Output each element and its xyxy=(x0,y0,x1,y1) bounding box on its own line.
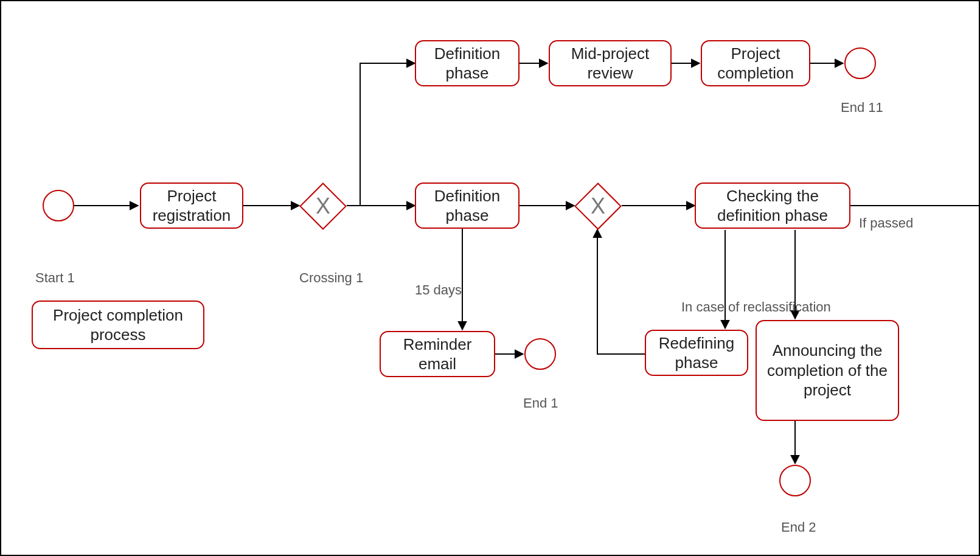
label-reclassification: In case of reclassification xyxy=(681,299,831,315)
task-project-completion: Project completion xyxy=(701,40,810,86)
gateway-2: X xyxy=(574,182,622,230)
task-label: Project completion process xyxy=(39,305,197,345)
label-crossing-1: Crossing 1 xyxy=(299,270,363,286)
end-event-2 xyxy=(779,465,811,496)
task-label: Project registration xyxy=(147,186,236,226)
label-end-2: End 2 xyxy=(781,520,816,535)
task-label: Announcing the completion of the project xyxy=(763,341,892,400)
process-title-box: Project completion process xyxy=(32,301,204,349)
task-project-registration: Project registration xyxy=(140,182,243,229)
task-label: Redefining phase xyxy=(652,333,741,373)
label-end-11: End 11 xyxy=(841,100,883,116)
task-redefining-phase: Redefining phase xyxy=(645,330,748,376)
end-event-1 xyxy=(524,338,556,370)
task-label: Mid-project review xyxy=(556,44,664,83)
task-label: Definition phase xyxy=(422,44,512,83)
start-event xyxy=(43,190,74,221)
task-definition-phase-top: Definition phase xyxy=(415,40,520,86)
label-15-days: 15 days xyxy=(415,282,462,298)
bpmn-diagram: Project registration Definition phase Mi… xyxy=(0,0,980,556)
task-label: Checking the definition phase xyxy=(702,186,843,226)
task-announcing-completion: Announcing the completion of the project xyxy=(756,320,899,421)
label-end-1: End 1 xyxy=(523,395,558,411)
gateway-crossing-1: X xyxy=(299,182,347,230)
task-label: Reminder email xyxy=(387,335,488,374)
task-label: Project completion xyxy=(708,44,803,83)
task-checking-definition: Checking the definition phase xyxy=(695,182,850,229)
label-start-1: Start 1 xyxy=(35,270,75,286)
task-label: Definition phase xyxy=(422,186,512,226)
label-if-passed: If passed xyxy=(859,215,913,231)
task-mid-project-review: Mid-project review xyxy=(549,40,672,86)
end-event-11 xyxy=(844,47,876,79)
task-definition-phase-mid: Definition phase xyxy=(415,182,520,229)
task-reminder-email: Reminder email xyxy=(380,331,495,377)
